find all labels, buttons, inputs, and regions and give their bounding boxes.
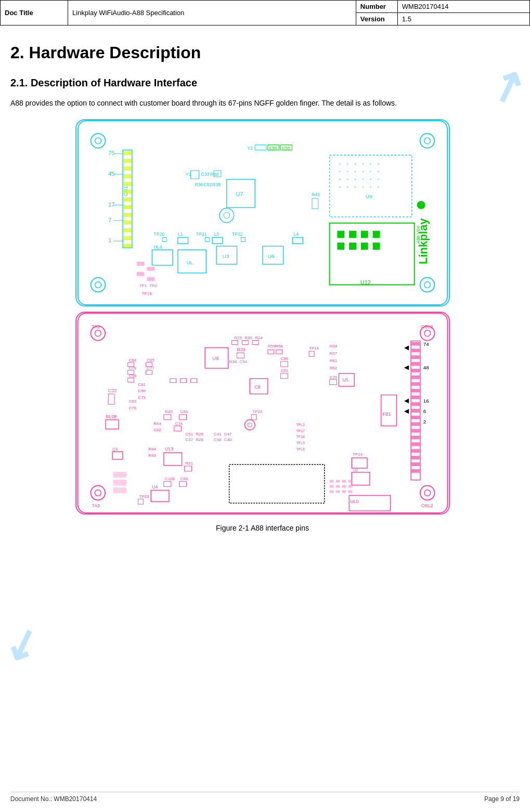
svg-text:R40: R40 bbox=[164, 409, 172, 414]
doc-name: Linkplay WiFiAudio-A88 Specification bbox=[68, 1, 356, 25]
svg-rect-269 bbox=[342, 491, 346, 493]
svg-text:C61: C61 bbox=[185, 432, 193, 436]
svg-rect-146 bbox=[411, 422, 420, 426]
svg-rect-108 bbox=[360, 243, 368, 250]
svg-text:U3: U3 bbox=[222, 253, 229, 259]
svg-point-57 bbox=[362, 179, 364, 181]
svg-text:C22: C22 bbox=[108, 389, 117, 394]
svg-text:U6: U6 bbox=[267, 253, 274, 259]
svg-rect-152 bbox=[411, 462, 420, 466]
svg-rect-139 bbox=[411, 376, 420, 379]
svg-text:74: 74 bbox=[423, 342, 429, 347]
doc-title-label: Doc Title bbox=[1, 1, 68, 25]
svg-point-52 bbox=[370, 171, 371, 173]
svg-point-54 bbox=[339, 179, 340, 181]
svg-text:R26: R26 bbox=[196, 432, 203, 436]
svg-text:L3: L3 bbox=[214, 232, 219, 237]
svg-rect-142 bbox=[411, 396, 420, 399]
svg-rect-115 bbox=[136, 272, 144, 276]
svg-rect-280 bbox=[113, 488, 126, 493]
svg-text:TPL5: TPL5 bbox=[296, 442, 305, 445]
version-label: Version bbox=[356, 13, 397, 25]
svg-text:7: 7 bbox=[108, 217, 111, 223]
svg-point-55 bbox=[346, 179, 348, 181]
svg-text:16: 16 bbox=[423, 398, 429, 404]
svg-text:R61: R61 bbox=[329, 358, 337, 363]
svg-text:TP22: TP22 bbox=[231, 232, 242, 237]
svg-rect-23 bbox=[123, 166, 132, 171]
svg-text:R35: R35 bbox=[212, 182, 221, 187]
svg-rect-263 bbox=[329, 485, 333, 488]
svg-text:R42: R42 bbox=[311, 192, 319, 198]
svg-text:17: 17 bbox=[108, 202, 114, 208]
svg-text:1: 1 bbox=[108, 238, 111, 244]
svg-text:R62: R62 bbox=[329, 366, 337, 370]
svg-rect-267 bbox=[329, 491, 333, 493]
svg-point-45 bbox=[362, 163, 364, 165]
svg-text:TPL3: TPL3 bbox=[296, 423, 305, 427]
svg-text:C59: C59 bbox=[128, 373, 136, 378]
version-value: 1.5 bbox=[397, 13, 529, 25]
svg-text:TP19: TP19 bbox=[141, 292, 151, 297]
svg-text:C77: C77 bbox=[147, 366, 154, 370]
svg-text:C37: C37 bbox=[185, 438, 193, 443]
svg-rect-279 bbox=[113, 480, 126, 485]
svg-text:C63: C63 bbox=[128, 399, 136, 404]
svg-rect-24 bbox=[123, 174, 132, 178]
svg-rect-259 bbox=[329, 480, 333, 483]
svg-text:R25: R25 bbox=[234, 336, 242, 341]
svg-text:U12: U12 bbox=[360, 280, 370, 286]
svg-rect-148 bbox=[411, 436, 420, 440]
svg-text:C78: C78 bbox=[128, 366, 136, 370]
svg-text:C50: C50 bbox=[280, 356, 288, 361]
svg-text:C56: C56 bbox=[269, 146, 277, 151]
svg-rect-29 bbox=[123, 213, 132, 217]
svg-point-128 bbox=[95, 490, 101, 496]
svg-text:R36: R36 bbox=[244, 336, 252, 341]
svg-rect-138 bbox=[411, 369, 420, 372]
section-title: 2. Hardware Description bbox=[10, 43, 514, 62]
svg-point-8 bbox=[424, 282, 430, 288]
svg-text:OBL2: OBL2 bbox=[421, 324, 433, 329]
pcb-container: 75 45 17 7 1 CN1 bbox=[10, 119, 514, 537]
svg-rect-153 bbox=[411, 469, 420, 473]
svg-text:TP23: TP23 bbox=[252, 409, 262, 414]
svg-point-112 bbox=[417, 201, 425, 210]
svg-text:◀: ◀ bbox=[404, 397, 409, 405]
svg-text:R63: R63 bbox=[148, 454, 156, 458]
svg-point-50 bbox=[354, 171, 356, 173]
svg-rect-120 bbox=[77, 313, 447, 513]
svg-text:RL08: RL08 bbox=[106, 414, 117, 419]
svg-text:C29: C29 bbox=[329, 375, 337, 380]
svg-text:48: 48 bbox=[423, 365, 429, 370]
svg-rect-102 bbox=[337, 231, 344, 238]
svg-rect-116 bbox=[147, 277, 154, 281]
svg-text:TP20: TP20 bbox=[153, 232, 164, 237]
svg-rect-151 bbox=[411, 456, 420, 460]
svg-text:Q1: Q1 bbox=[112, 447, 118, 452]
svg-point-125 bbox=[424, 330, 430, 337]
svg-text:L4: L4 bbox=[293, 232, 299, 237]
svg-rect-262 bbox=[348, 480, 352, 483]
svg-rect-137 bbox=[411, 362, 420, 366]
svg-text:U7: U7 bbox=[236, 191, 243, 198]
svg-rect-30 bbox=[123, 221, 132, 225]
svg-text:TP18: TP18 bbox=[296, 435, 305, 439]
svg-text:R39: R39 bbox=[237, 347, 245, 353]
svg-text:75: 75 bbox=[108, 150, 114, 157]
svg-text:R36: R36 bbox=[195, 182, 203, 187]
svg-point-46 bbox=[370, 163, 371, 165]
svg-text:C51: C51 bbox=[280, 368, 288, 373]
footer-doc-number: Document No.: WMB20170414 bbox=[10, 795, 97, 803]
svg-point-42 bbox=[339, 163, 340, 165]
svg-text:UL: UL bbox=[186, 260, 193, 265]
pcb-board-top: 75 45 17 7 1 CN1 bbox=[75, 119, 450, 306]
svg-text:TP2: TP2 bbox=[149, 284, 157, 289]
svg-rect-31 bbox=[123, 228, 132, 233]
svg-rect-107 bbox=[349, 243, 356, 250]
svg-text:R24: R24 bbox=[255, 336, 263, 341]
svg-rect-266 bbox=[348, 485, 352, 488]
svg-text:TA3: TA3 bbox=[92, 504, 100, 509]
svg-point-51 bbox=[362, 171, 364, 173]
svg-point-79 bbox=[223, 212, 229, 218]
